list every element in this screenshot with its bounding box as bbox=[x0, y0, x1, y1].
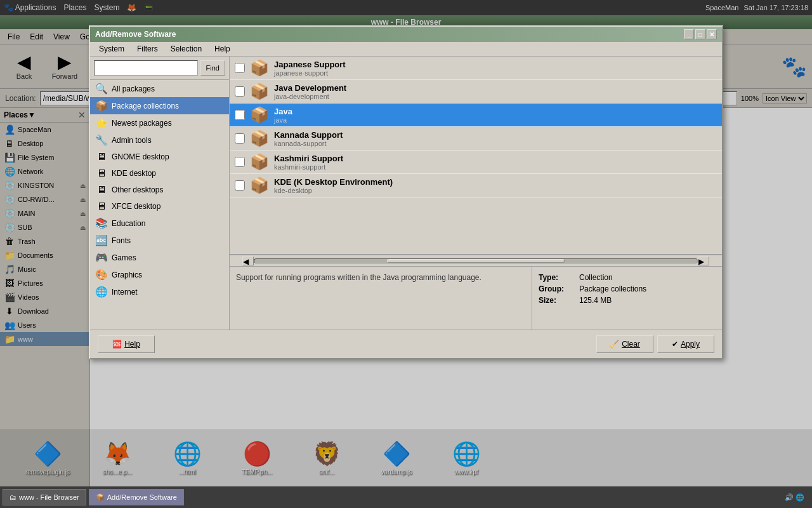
package-checkbox-5[interactable] bbox=[235, 180, 245, 190]
taskbar-right: 🔊 🌐 bbox=[780, 493, 809, 502]
package-name: Java bbox=[274, 107, 717, 116]
package-list: 📦 Japanese Support japanese-support 📦 Ja… bbox=[230, 57, 722, 255]
hscroll-thumb[interactable] bbox=[387, 259, 564, 263]
package-item-4[interactable]: 📦 Kashmiri Support kashmiri-support bbox=[230, 150, 722, 174]
help-button[interactable]: 🆘 Help bbox=[98, 335, 155, 353]
dialog-right-panel: 📦 Japanese Support japanese-support 📦 Ja… bbox=[230, 57, 722, 330]
package-checkbox-2[interactable] bbox=[235, 110, 245, 120]
category-icon: 🔧 bbox=[95, 134, 108, 146]
package-checkbox-1[interactable] bbox=[235, 86, 245, 97]
category-item-2[interactable]: ⭐ Newest packages bbox=[90, 114, 229, 131]
package-icon: 📦 bbox=[250, 130, 269, 147]
package-info: Java java bbox=[274, 107, 717, 124]
desc-type-row: Type: Collection bbox=[539, 273, 716, 282]
category-icon: 🖥 bbox=[95, 151, 108, 163]
category-icon: 🖥 bbox=[95, 168, 108, 179]
package-item-5[interactable]: 📦 KDE (K Desktop Environment) kde-deskto… bbox=[230, 174, 722, 197]
description-meta: Type: Collection Group: Package collecti… bbox=[532, 267, 722, 330]
package-info: Kashmiri Support kashmiri-support bbox=[274, 154, 717, 171]
modal-overlay: Add/Remove Software _ □ ✕ System Filters… bbox=[0, 0, 812, 486]
category-icon: 🎮 bbox=[95, 251, 108, 264]
taskbar-icon-filebrowser: 🗂 bbox=[10, 493, 16, 501]
category-icon: 🎨 bbox=[95, 269, 108, 281]
search-input[interactable] bbox=[94, 60, 198, 76]
category-item-8[interactable]: 📚 Education bbox=[90, 215, 229, 232]
category-item-1[interactable]: 📦 Package collections bbox=[90, 97, 229, 114]
category-item-9[interactable]: 🔤 Fonts bbox=[90, 232, 229, 249]
help-icon: 🆘 bbox=[112, 340, 122, 349]
find-button[interactable]: Find bbox=[200, 60, 225, 76]
package-item-1[interactable]: 📦 Java Development java-development bbox=[230, 80, 722, 104]
apply-button[interactable]: ✔ Apply bbox=[657, 335, 714, 353]
package-checkbox-0[interactable] bbox=[235, 63, 245, 73]
category-item-6[interactable]: 🖥 Other desktops bbox=[90, 182, 229, 198]
dialog-title: Add/Remove Software bbox=[95, 30, 176, 39]
package-icon: 📦 bbox=[250, 83, 269, 100]
taskbar-icon-addremove: 📦 bbox=[96, 493, 105, 502]
clear-button[interactable]: 🧹 Clear bbox=[596, 335, 653, 353]
package-item-3[interactable]: 📦 Kannada Support kannada-support bbox=[230, 127, 722, 150]
package-info: KDE (K Desktop Environment) kde-desktop bbox=[274, 177, 717, 194]
add-remove-dialog: Add/Remove Software _ □ ✕ System Filters… bbox=[89, 25, 723, 359]
dialog-menu-filters[interactable]: Filters bbox=[132, 43, 163, 55]
category-list: 🔍 All packages📦 Package collections⭐ New… bbox=[90, 80, 229, 330]
package-id: kannada-support bbox=[274, 140, 717, 147]
category-item-5[interactable]: 🖥 KDE desktop bbox=[90, 165, 229, 182]
apply-icon: ✔ bbox=[672, 340, 678, 349]
package-id: japanese-support bbox=[274, 69, 717, 77]
package-id: java bbox=[274, 116, 717, 124]
category-icon: ⭐ bbox=[95, 117, 108, 129]
category-item-7[interactable]: 🖥 XFCE desktop bbox=[90, 198, 229, 215]
taskbar-icons: 🔊 🌐 bbox=[785, 493, 804, 502]
category-item-10[interactable]: 🎮 Games bbox=[90, 249, 229, 266]
group-label: Group: bbox=[539, 284, 577, 293]
category-icon: 🌐 bbox=[95, 286, 108, 298]
package-info: Kannada Support kannada-support bbox=[274, 130, 717, 147]
category-icon: 📦 bbox=[95, 100, 108, 112]
package-checkbox-4[interactable] bbox=[235, 157, 245, 167]
type-label: Type: bbox=[539, 273, 577, 282]
package-icon: 📦 bbox=[250, 177, 269, 194]
dialog-maximize-button[interactable]: □ bbox=[695, 29, 705, 39]
size-value: 125.4 MB bbox=[579, 296, 612, 305]
hscroll-track[interactable] bbox=[254, 258, 698, 264]
category-item-11[interactable]: 🎨 Graphics bbox=[90, 266, 229, 283]
type-value: Collection bbox=[579, 273, 613, 282]
group-value: Package collections bbox=[579, 284, 646, 293]
taskbar: 🗂 www - File Browser 📦 Add/Remove Softwa… bbox=[0, 486, 812, 508]
dialog-left-panel: Find 🔍 All packages📦 Package collections… bbox=[90, 57, 230, 330]
category-icon: 📚 bbox=[95, 217, 108, 229]
package-id: kashmiri-support bbox=[274, 163, 717, 171]
size-label: Size: bbox=[539, 296, 577, 305]
package-icon: 📦 bbox=[250, 106, 269, 124]
category-item-12[interactable]: 🌐 Internet bbox=[90, 283, 229, 300]
category-icon: 🔤 bbox=[95, 234, 108, 246]
package-id: java-development bbox=[274, 93, 717, 100]
dialog-minimize-button[interactable]: _ bbox=[684, 29, 694, 39]
category-item-3[interactable]: 🔧 Admin tools bbox=[90, 131, 229, 149]
package-info: Java Development java-development bbox=[274, 83, 717, 100]
package-icon: 📦 bbox=[250, 59, 269, 77]
package-item-0[interactable]: 📦 Japanese Support japanese-support bbox=[230, 57, 722, 80]
hscroll-left-button[interactable]: ◀ bbox=[242, 257, 254, 265]
dialog-menu-system[interactable]: System bbox=[94, 43, 129, 55]
dialog-close-button[interactable]: ✕ bbox=[707, 29, 717, 39]
taskbar-btn-addremove[interactable]: 📦 Add/Remove Software bbox=[89, 489, 184, 505]
category-item-4[interactable]: 🖥 GNOME desktop bbox=[90, 149, 229, 165]
horizontal-scrollbar[interactable]: ◀ ▶ bbox=[230, 255, 722, 266]
package-icon: 📦 bbox=[250, 153, 269, 171]
package-checkbox-3[interactable] bbox=[235, 133, 245, 144]
package-name: Kashmiri Support bbox=[274, 154, 717, 163]
hscroll-right-button[interactable]: ▶ bbox=[698, 257, 709, 265]
package-id: kde-desktop bbox=[274, 187, 717, 194]
taskbar-btn-filebrowser[interactable]: 🗂 www - File Browser bbox=[3, 489, 86, 505]
category-item-0[interactable]: 🔍 All packages bbox=[90, 80, 229, 97]
dialog-menu-help[interactable]: Help bbox=[209, 43, 235, 55]
category-icon: 🖥 bbox=[95, 201, 108, 212]
desc-group-row: Group: Package collections bbox=[539, 284, 716, 293]
package-item-2[interactable]: 📦 Java java bbox=[230, 104, 722, 127]
package-name: Japanese Support bbox=[274, 60, 717, 69]
dialog-menu-selection[interactable]: Selection bbox=[166, 43, 207, 55]
dialog-search: Find bbox=[90, 57, 229, 80]
footer-spacer bbox=[159, 335, 593, 353]
